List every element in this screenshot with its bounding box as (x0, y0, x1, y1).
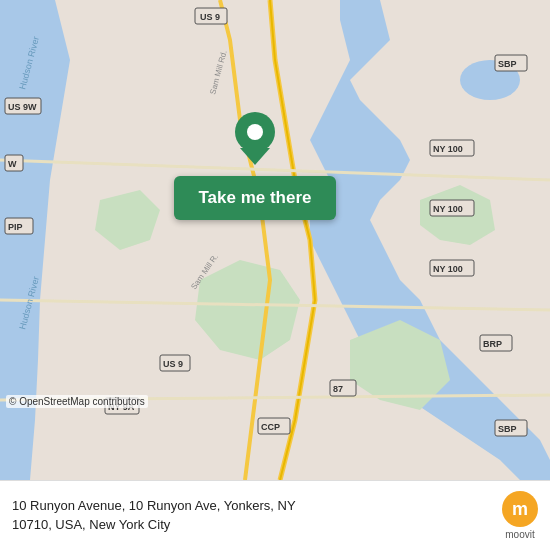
moovit-label: moovit (505, 529, 534, 540)
svg-text:m: m (512, 499, 528, 519)
bottom-bar: 10 Runyon Avenue, 10 Runyon Ave, Yonkers… (0, 480, 550, 550)
svg-point-44 (247, 124, 263, 140)
svg-text:US 9: US 9 (200, 12, 220, 22)
address-text: 10 Runyon Avenue, 10 Runyon Ave, Yonkers… (12, 497, 492, 533)
svg-text:SBP: SBP (498, 424, 517, 434)
osm-attribution: © OpenStreetMap contributors (6, 395, 148, 408)
map-background: US 9 US 9W NY 100 NY 100 NY 100 SBP SBP … (0, 0, 550, 480)
svg-text:CCP: CCP (261, 422, 280, 432)
svg-text:US 9: US 9 (163, 359, 183, 369)
svg-text:NY 100: NY 100 (433, 204, 463, 214)
cta-wrapper: Take me there (155, 110, 355, 220)
take-me-there-button[interactable]: Take me there (174, 176, 335, 220)
address-line2: 10710, USA, New York City (12, 516, 492, 534)
svg-text:NY 100: NY 100 (433, 144, 463, 154)
moovit-logo: m moovit (502, 491, 538, 540)
location-pin-icon (230, 110, 280, 170)
svg-text:SBP: SBP (498, 59, 517, 69)
svg-text:BRP: BRP (483, 339, 502, 349)
osm-text: © OpenStreetMap contributors (9, 396, 145, 407)
address-line1: 10 Runyon Avenue, 10 Runyon Ave, Yonkers… (12, 497, 492, 515)
svg-text:PIP: PIP (8, 222, 23, 232)
svg-text:US 9W: US 9W (8, 102, 37, 112)
map-container: US 9 US 9W NY 100 NY 100 NY 100 SBP SBP … (0, 0, 550, 480)
svg-marker-45 (240, 148, 270, 165)
moovit-logo-icon: m (502, 491, 538, 527)
svg-text:NY 100: NY 100 (433, 264, 463, 274)
svg-text:87: 87 (333, 384, 343, 394)
svg-text:W: W (8, 159, 17, 169)
